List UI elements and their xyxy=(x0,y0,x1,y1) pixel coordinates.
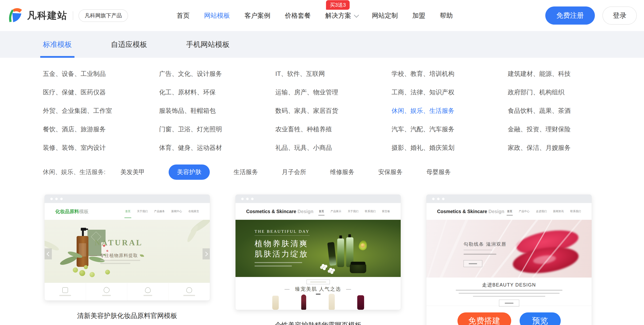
template-caption: 清新美容护肤化妆品原料官网模板 xyxy=(77,311,177,320)
login-button[interactable]: 登录 xyxy=(602,7,637,25)
category-item[interactable]: 礼品、玩具、小商品 xyxy=(275,144,392,152)
template-card-wrap-3: Cosmetics & Skincare Design 首页 产品中心 走进我们… xyxy=(426,194,592,325)
template-card-wrap-1: 化妆品原料模板 首页 关于我们 产品服务 新闻中心 在线留言 xyxy=(44,194,210,320)
category-item[interactable]: 农业畜牲、种植养殖 xyxy=(275,125,392,134)
olive-graphic xyxy=(105,270,110,274)
category-item[interactable]: 门窗、卫浴、灯光照明 xyxy=(159,125,275,134)
template-card-beautiful-day[interactable]: Cosmetics & Skincare Design 首页 产品展示 关于我们… xyxy=(235,194,401,310)
nav-solutions[interactable]: 解决方案 买3送3 xyxy=(325,11,358,20)
tab-adaptive-template[interactable]: 自适应模板 xyxy=(111,31,147,58)
category-item[interactable]: 服装饰品、鞋帽箱包 xyxy=(159,107,275,115)
category-item[interactable]: 外贸、企业集团、工作室 xyxy=(43,107,159,115)
category-item[interactable]: 数码、家具、家居百货 xyxy=(275,107,392,115)
leaf-decoration xyxy=(186,224,200,243)
category-item-active[interactable]: 休闲、娱乐、生活服务 xyxy=(392,107,508,115)
preview-nav-item: 新闻中心 xyxy=(171,210,182,213)
preview-nav-item: 首页 xyxy=(125,210,130,213)
preview-site-header: 化妆品原料模板 首页 关于我们 产品服务 新闻中心 在线留言 xyxy=(44,203,210,220)
template-type-tabs: 标准模板 自适应模板 手机网站模板 xyxy=(0,31,644,58)
brand-origin-badge: 凡科网旗下产品 xyxy=(78,9,128,22)
brand-name: 凡科建站 xyxy=(27,9,68,22)
template-caption: 个性美容护肤精华露网页模板 xyxy=(275,320,362,325)
tab-standard-template[interactable]: 标准模板 xyxy=(43,31,72,58)
subcategory-filter-row: 休闲、娱乐、生活服务: 美发美甲 美容护肤 生活服务 月子会所 维修服务 安保服… xyxy=(43,164,644,181)
brand-logo[interactable]: 凡科建站 xyxy=(7,8,68,24)
template-card-wrap-2: Cosmetics & Skincare Design 首页 产品展示 关于我们… xyxy=(235,194,401,325)
register-button[interactable]: 免费注册 xyxy=(545,7,595,25)
browser-chrome-bar xyxy=(236,195,401,203)
preview-button[interactable]: 预览 xyxy=(520,312,561,325)
auth-area: 免费注册 登录 xyxy=(545,7,637,25)
preview-nav-item: 产品展示 xyxy=(330,210,341,213)
category-item[interactable]: 广告、文化、设计服务 xyxy=(159,70,275,78)
template-card-natural[interactable]: 化妆品原料模板 首页 关于我们 产品服务 新闻中心 在线留言 xyxy=(44,194,210,300)
amber-bottle-graphic xyxy=(76,236,88,267)
category-item[interactable]: 学校、教育、培训机构 xyxy=(392,70,508,78)
category-item[interactable]: 化工、原材料、环保 xyxy=(159,88,275,97)
nav-pricing[interactable]: 价格套餐 xyxy=(285,11,311,20)
category-column-3: IT、软件、互联网 运输、房产、物业管理 数码、家具、家居百货 农业畜牲、种植养… xyxy=(275,70,392,162)
category-item[interactable]: 建筑建材、能源、科技 xyxy=(508,70,624,78)
category-item[interactable]: 汽车、汽配、汽车服务 xyxy=(392,125,508,134)
category-item[interactable]: 工商、法律、知识产权 xyxy=(392,88,508,97)
flower-graphic xyxy=(322,264,325,267)
preview-nav-item: 首页 xyxy=(507,210,512,213)
category-column-5: 建筑建材、能源、科技 政府部门、机构组织 食品饮料、蔬果、茶酒 金融、投资、理财… xyxy=(508,70,624,162)
window-dot-icon xyxy=(251,198,254,200)
pump-stem-graphic xyxy=(82,230,84,236)
category-item[interactable]: 体育、健身、运动器材 xyxy=(159,144,275,152)
page: 凡科建站 凡科网旗下产品 首页 网站模板 客户案例 价格套餐 解决方案 买3送3… xyxy=(0,0,644,325)
preview-about-section: 走进BEAUTY DESIGN xyxy=(426,277,592,306)
cream-jar-graphic xyxy=(350,263,366,273)
nav-home[interactable]: 首页 xyxy=(176,11,190,20)
category-item[interactable]: 金融、投资、理财保险 xyxy=(508,125,624,134)
window-dot-icon xyxy=(246,198,249,200)
category-column-1: 五金、设备、工业制品 医疗、保健、医药仪器 外贸、企业集团、工作室 餐饮、酒店、… xyxy=(43,70,159,162)
category-item[interactable]: 医疗、保健、医药仪器 xyxy=(43,88,159,97)
filter-item-confinement[interactable]: 月子会所 xyxy=(282,168,306,176)
filter-item-skincare-active[interactable]: 美容护肤 xyxy=(168,164,210,180)
preview-hero-title: 勾勒线条 滋润双唇 xyxy=(464,241,507,247)
filter-item-repair[interactable]: 维修服务 xyxy=(330,168,354,176)
section-title: 走进BEAUTY DESIGN xyxy=(426,282,592,288)
category-item[interactable]: 运输、房产、物业管理 xyxy=(275,88,392,97)
nav-help[interactable]: 帮助 xyxy=(440,11,453,20)
product-thumb-pump-bottle xyxy=(329,294,335,310)
spray-bottle-graphic xyxy=(337,238,344,267)
filter-item-security[interactable]: 安保服务 xyxy=(378,168,402,176)
category-item[interactable]: IT、软件、互联网 xyxy=(275,70,392,78)
free-build-button[interactable]: 免费搭建 xyxy=(458,312,511,325)
preview-products-section: —臻宠美肌 人气之选— xyxy=(236,277,401,310)
tab-mobile-template[interactable]: 手机网站模板 xyxy=(186,31,230,58)
category-column-2: 广告、文化、设计服务 化工、原材料、环保 服装饰品、鞋帽箱包 门窗、卫浴、灯光照… xyxy=(159,70,275,162)
nav-cases[interactable]: 客户案例 xyxy=(244,11,270,20)
filter-item-life-service[interactable]: 生活服务 xyxy=(234,168,258,176)
product-thumb-dark-tube xyxy=(357,295,364,310)
preview-nav-item: 首页 xyxy=(319,210,324,213)
template-card-list: 化妆品原料模板 首页 关于我们 产品服务 新闻中心 在线留言 xyxy=(44,194,644,325)
preview-hero-natural: NATURAL 专注植物原料提取 xyxy=(44,220,210,283)
category-item[interactable]: 家政、保洁、月嫂服务 xyxy=(508,144,624,152)
filter-item-mother-baby[interactable]: 母婴服务 xyxy=(426,168,451,176)
placeholder-text-line xyxy=(100,263,130,264)
feature-item xyxy=(86,283,127,300)
carousel-next-icon xyxy=(202,248,210,259)
nav-custom[interactable]: 网站定制 xyxy=(372,11,398,20)
category-item[interactable]: 政府部门、机构组织 xyxy=(508,88,624,97)
category-item[interactable]: 食品饮料、蔬果、茶酒 xyxy=(508,107,624,115)
category-column-4: 学校、教育、培训机构 工商、法律、知识产权 休闲、娱乐、生活服务 汽车、汽配、汽… xyxy=(392,70,508,162)
category-item[interactable]: 五金、设备、工业制品 xyxy=(43,70,159,78)
template-card-beauty-design[interactable]: Cosmetics & Skincare Design 首页 产品中心 走进我们… xyxy=(426,194,592,325)
mortar-bowl-icon xyxy=(186,287,192,293)
filter-item-hair-nail[interactable]: 美发美甲 xyxy=(120,168,145,176)
nav-templates[interactable]: 网站模板 xyxy=(204,11,230,20)
preview-site-nav: 首页 关于我们 产品服务 新闻中心 在线留言 xyxy=(125,210,199,213)
nav-join[interactable]: 加盟 xyxy=(412,11,425,20)
olive-graphic xyxy=(84,265,88,269)
category-item[interactable]: 餐饮、酒店、旅游服务 xyxy=(43,125,159,134)
category-item[interactable]: 摄影、婚礼、婚庆策划 xyxy=(392,144,508,152)
promo-badge: 买3送3 xyxy=(326,0,350,10)
category-item[interactable]: 装修、装饰、室内设计 xyxy=(43,144,159,152)
hair-strand-graphic xyxy=(463,220,512,277)
industry-category-grid: 五金、设备、工业制品 医疗、保健、医药仪器 外贸、企业集团、工作室 餐饮、酒店、… xyxy=(43,70,644,162)
